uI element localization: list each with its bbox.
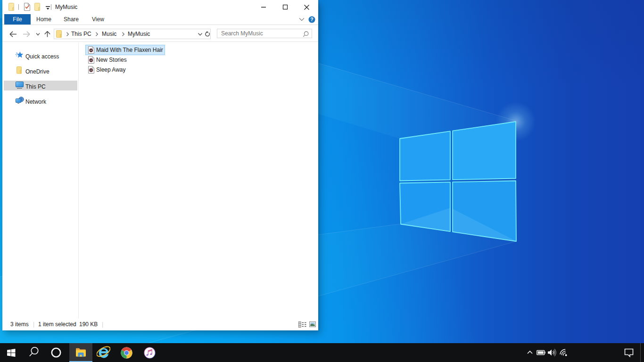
svg-text:?: ?: [310, 16, 313, 22]
